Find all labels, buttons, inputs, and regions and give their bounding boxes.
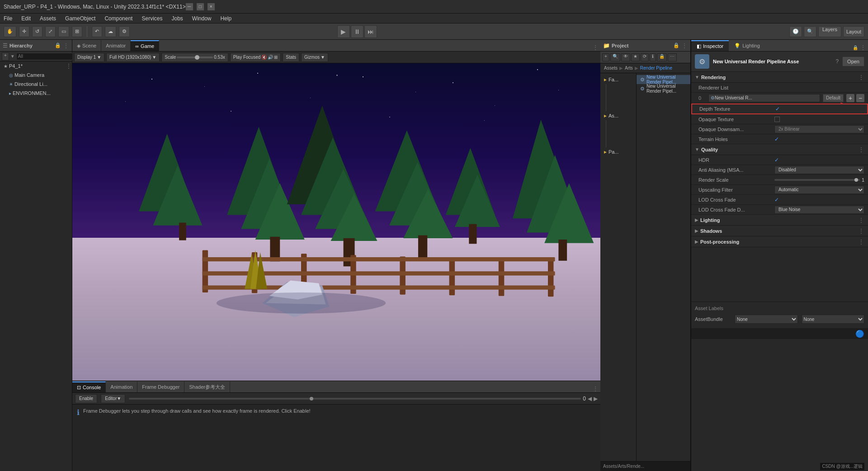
transform-tool[interactable]: ⊞ bbox=[72, 26, 82, 37]
file-render-pipeline-1[interactable]: ⚙ New Universal Render Pipel... bbox=[637, 75, 690, 84]
menu-gameobject[interactable]: GameObject bbox=[63, 14, 97, 23]
hierarchy-add-btn[interactable]: + bbox=[2, 52, 9, 61]
tab-shader-ref[interactable]: Shader参考大全 bbox=[184, 382, 230, 392]
folder-fa[interactable]: ▸ Fa... bbox=[600, 75, 636, 84]
console-slider[interactable] bbox=[129, 398, 581, 400]
right-lock-icon[interactable]: 🔒 bbox=[853, 45, 858, 50]
lod-cross-fade-checkbox[interactable]: ✓ bbox=[774, 197, 779, 203]
tab-scene[interactable]: ◈ Scene bbox=[72, 40, 101, 51]
history-btn[interactable]: 🕐 bbox=[789, 26, 802, 37]
renderer-name-field[interactable]: ⚙ New Universal R... bbox=[708, 94, 820, 102]
viewport-dots-icon[interactable]: ⋮ bbox=[592, 44, 599, 51]
opaque-texture-checkbox[interactable] bbox=[774, 117, 780, 122]
project-search-btn[interactable]: 🔍 bbox=[610, 53, 620, 61]
tab-lighting[interactable]: 💡 Lighting bbox=[729, 40, 765, 51]
hierarchy-search[interactable] bbox=[16, 53, 77, 60]
menu-help[interactable]: Help bbox=[219, 14, 234, 23]
editor-select[interactable]: Editor ▼ bbox=[101, 394, 125, 403]
pause-button[interactable]: ⏸ bbox=[351, 25, 363, 38]
menu-jobs[interactable]: Jobs bbox=[170, 14, 184, 23]
project-lock2-btn[interactable]: 🔒 bbox=[657, 53, 667, 61]
project-eye-btn[interactable]: 👁 bbox=[621, 53, 630, 61]
maximize-button[interactable]: □ bbox=[197, 3, 204, 10]
menu-assets[interactable]: Assets bbox=[38, 14, 58, 23]
tab-inspector[interactable]: ◧ Inspector bbox=[691, 40, 729, 51]
folder-as[interactable]: ▸ As... bbox=[600, 111, 636, 120]
depth-texture-checkbox[interactable]: ✓ bbox=[775, 106, 780, 112]
render-scale-slider[interactable] bbox=[774, 179, 860, 181]
stats-btn[interactable]: Stats bbox=[283, 53, 299, 62]
project-add-btn[interactable]: + bbox=[602, 53, 609, 61]
hierarchy-item-light[interactable]: ☀ Directional Li... bbox=[0, 80, 72, 89]
terrain-holes-checkbox[interactable]: ✓ bbox=[774, 136, 779, 142]
shadows-dots-icon[interactable]: ⋮ bbox=[858, 227, 864, 235]
tab-game[interactable]: ∞ Game bbox=[131, 40, 159, 51]
move-tool[interactable]: ✛ bbox=[19, 26, 29, 37]
renderer-add-btn[interactable]: + bbox=[846, 94, 854, 102]
rotate-tool[interactable]: ↺ bbox=[32, 26, 42, 37]
project-more-btn[interactable]: ⋯ bbox=[668, 53, 677, 61]
tab-animation[interactable]: Animation bbox=[106, 382, 137, 392]
quality-dots-icon[interactable]: ⋮ bbox=[858, 146, 864, 153]
step-button[interactable]: ⏭ bbox=[364, 25, 377, 38]
layers-dropdown[interactable]: Layers bbox=[818, 26, 841, 37]
shadows-section-header[interactable]: ▶ Shadows ⋮ bbox=[691, 226, 868, 236]
right-dots-icon[interactable]: ⋮ bbox=[860, 44, 866, 51]
project-star-btn[interactable]: ★ bbox=[631, 53, 640, 61]
post-processing-dots-icon[interactable]: ⋮ bbox=[858, 238, 864, 245]
opaque-downsample-select[interactable]: 2x Bilinear bbox=[774, 125, 864, 133]
post-processing-section-header[interactable]: ▶ Post-processing ⋮ bbox=[691, 236, 868, 247]
menu-file[interactable]: File bbox=[2, 14, 14, 23]
folder-pa[interactable]: ▸ Pa... bbox=[600, 147, 636, 156]
settings-btn[interactable]: ⚙ bbox=[119, 26, 130, 37]
asset-bundle-select[interactable]: None bbox=[735, 315, 798, 324]
renderer-remove-btn[interactable]: − bbox=[856, 94, 864, 102]
rendering-dots-icon[interactable]: ⋮ bbox=[858, 74, 864, 81]
play-button[interactable]: ▶ bbox=[337, 25, 350, 38]
rendering-section-header[interactable]: ▼ Rendering ⋮ bbox=[691, 72, 868, 83]
breadcrumb-arts[interactable]: Arts bbox=[625, 66, 633, 71]
project-info-btn[interactable]: ℹ bbox=[650, 53, 656, 61]
lighting-dots-icon[interactable]: ⋮ bbox=[858, 217, 864, 224]
play-focused-btn[interactable]: Play Focused 🔇 🔊 ⊞ bbox=[230, 53, 281, 62]
menu-services[interactable]: Services bbox=[140, 14, 164, 23]
lod-cross-fade-d-select[interactable]: Blue Noise bbox=[774, 206, 864, 214]
breadcrumb-assets[interactable]: Assets bbox=[604, 66, 618, 71]
enable-btn[interactable]: Enable bbox=[75, 394, 97, 403]
hand-tool[interactable]: ✋ bbox=[4, 26, 16, 37]
item-dots-icon[interactable]: ⋮ bbox=[66, 62, 72, 70]
close-button[interactable]: × bbox=[208, 3, 215, 10]
hierarchy-item-camera[interactable]: ◎ Main Camera bbox=[0, 71, 72, 80]
layout-dropdown[interactable]: Layout bbox=[843, 26, 864, 37]
tab-frame-debugger[interactable]: Frame Debugger bbox=[137, 382, 184, 392]
asset-bundle-select2[interactable]: None bbox=[802, 315, 865, 324]
rect-tool[interactable]: ▭ bbox=[58, 26, 69, 37]
gizmos-btn[interactable]: Gizmos ▼ bbox=[301, 53, 328, 62]
file-render-pipeline-2[interactable]: ⚙ New Universal Render Pipel... bbox=[637, 84, 690, 93]
project-history-btn[interactable]: ⟳ bbox=[641, 53, 649, 61]
console-next-icon[interactable]: ▶ bbox=[594, 396, 598, 402]
open-button[interactable]: Open bbox=[842, 57, 864, 66]
console-dots-icon[interactable]: ⋮ bbox=[592, 385, 599, 392]
menu-component[interactable]: Component bbox=[103, 14, 134, 23]
upscaling-filter-select[interactable]: Automatic bbox=[774, 186, 864, 194]
tab-console[interactable]: ⊡ Console bbox=[72, 382, 106, 392]
menu-window[interactable]: Window bbox=[190, 14, 213, 23]
breadcrumb-render-pipeline[interactable]: Render Pipeline bbox=[640, 66, 672, 71]
game-resolution-select[interactable]: Full HD (1920x1080) ▼ bbox=[106, 53, 160, 62]
tab-animator[interactable]: Animator bbox=[101, 40, 131, 51]
hierarchy-item-root[interactable]: ★ P4_1* ⋮ bbox=[0, 61, 72, 71]
search-btn[interactable]: 🔍 bbox=[804, 26, 816, 37]
game-display-select[interactable]: Display 1 ▼ bbox=[74, 53, 104, 62]
menu-edit[interactable]: Edit bbox=[19, 14, 33, 23]
hierarchy-item-env[interactable]: ▸ ENVIRONMEN... bbox=[0, 89, 72, 98]
cloud-btn[interactable]: ☁ bbox=[105, 26, 116, 37]
hierarchy-dots[interactable]: ⋮ bbox=[63, 42, 69, 49]
anti-aliasing-select[interactable]: Disabled bbox=[774, 166, 864, 174]
scale-tool[interactable]: ⤢ bbox=[45, 26, 56, 37]
lighting-section-header[interactable]: ▶ Lighting ⋮ bbox=[691, 215, 868, 226]
minimize-button[interactable]: ─ bbox=[186, 3, 193, 10]
undo-btn[interactable]: ↶ bbox=[92, 26, 102, 37]
quality-section-header[interactable]: ▼ Quality ⋮ bbox=[691, 144, 868, 155]
console-prev-icon[interactable]: ◀ bbox=[588, 396, 592, 402]
